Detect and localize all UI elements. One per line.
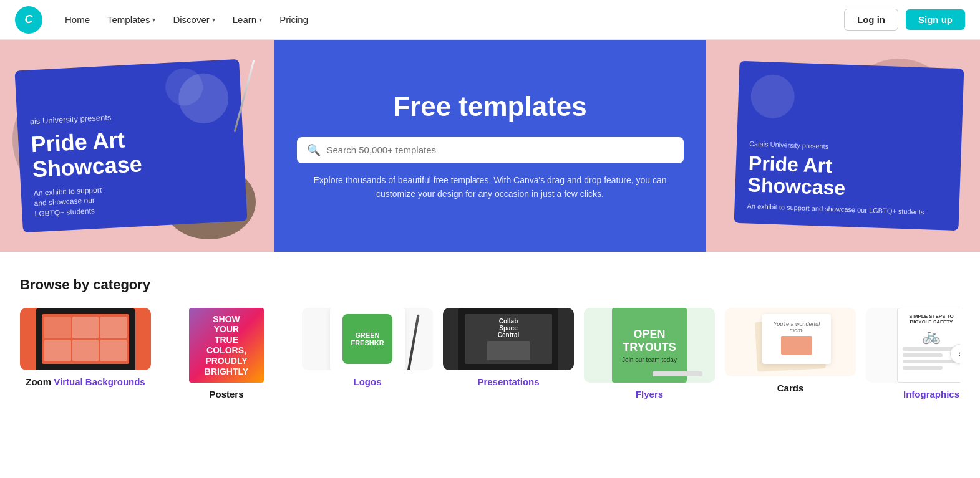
category-flyers[interactable]: OPENTRYOUTS Join our team today Flyers — [584, 308, 715, 399]
ruler-decoration — [653, 371, 702, 376]
presentations-thumbnail: CollabSpaceCentral — [443, 308, 574, 370]
card-text: You're a wonderful mom! — [762, 316, 831, 362]
infographics-card: SIMPLE STEPS TO BICYCLE SAFETY 🚲 — [897, 308, 960, 383]
navbar: C Home Templates ▾ Discover ▾ Learn ▾ Pr… — [0, 0, 980, 40]
category-presentations[interactable]: CollabSpaceCentral Presentations — [443, 308, 574, 387]
nav-templates[interactable]: Templates ▾ — [100, 9, 163, 30]
nav-learn[interactable]: Learn ▾ — [225, 9, 269, 30]
cards-label: Cards — [777, 383, 804, 393]
poster-text: SHOWYOURTRUECOLORS,PROUDLYBRIGHTLY — [205, 314, 248, 377]
categories-row: Zoom Virtual Backgrounds SHOWYOURTRUECOL… — [20, 308, 960, 399]
browse-title: Browse by category — [20, 277, 960, 293]
zoom-laptop-screen — [42, 314, 129, 364]
logos-thumb-inner: GREENFRESHKR — [302, 308, 433, 370]
hero-left-body: An exhibit to support and showcase our L… — [33, 178, 234, 219]
card-photo — [781, 336, 812, 355]
logos-badge: GREENFRESHKR — [342, 314, 392, 364]
inf-line-2 — [903, 353, 943, 357]
flyers-label: Flyers — [636, 389, 663, 399]
hero-right-body: An exhibit to support and showcase our L… — [747, 201, 946, 218]
flyers-thumbnail: OPENTRYOUTS Join our team today — [584, 308, 715, 383]
presentations-screen-title: CollabSpaceCentral — [498, 318, 519, 338]
canva-logo[interactable]: C — [15, 6, 42, 34]
hero-center: Free templates 🔍 Explore thousands of be… — [297, 91, 684, 201]
infographics-card-title: SIMPLE STEPS TO BICYCLE SAFETY — [903, 313, 960, 325]
learn-chevron-icon: ▾ — [259, 16, 262, 23]
category-logos[interactable]: GREENFRESHKR Logos — [302, 308, 433, 387]
hero-left-title: Pride Art Showcase — [31, 122, 233, 182]
presentations-laptop: CollabSpaceCentral — [458, 308, 558, 370]
logo-text: C — [25, 13, 33, 26]
zoom-thumbnail — [20, 308, 151, 370]
search-bar: 🔍 — [297, 137, 684, 163]
logos-label: Logos — [354, 376, 382, 387]
inf-line-3 — [903, 360, 960, 363]
nav-pricing[interactable]: Pricing — [272, 9, 316, 30]
category-posters[interactable]: SHOWYOURTRUECOLORS,PROUDLYBRIGHTLY Poste… — [161, 308, 292, 399]
logos-paper: GREENFRESHKR — [330, 308, 405, 370]
zoom-label: Zoom Virtual Backgrounds — [26, 376, 145, 387]
posters-thumbnail: SHOWYOURTRUECOLORS,PROUDLYBRIGHTLY — [161, 308, 292, 383]
signup-button[interactable]: Sign up — [906, 9, 965, 30]
presentations-label: Presentations — [477, 376, 539, 387]
nav-discover[interactable]: Discover ▾ — [165, 9, 222, 30]
search-icon: 🔍 — [307, 143, 321, 157]
hero-right-circle — [750, 74, 795, 118]
cards-thumbnail: You're a wonderful mom! — [725, 308, 856, 376]
hero-description: Explore thousands of beautiful free temp… — [297, 173, 684, 201]
hero-right-title: Pride Art Showcase — [747, 153, 948, 203]
poster-card: SHOWYOURTRUECOLORS,PROUDLYBRIGHTLY — [189, 308, 264, 383]
hero-section: ais University presents Pride Art Showca… — [0, 40, 980, 252]
logos-thumbnail: GREENFRESHKR — [302, 308, 433, 370]
inf-line-4 — [903, 366, 943, 370]
posters-label: Posters — [209, 389, 243, 399]
nav-home[interactable]: Home — [57, 9, 97, 30]
category-cards[interactable]: You're a wonderful mom! Cards — [725, 308, 856, 393]
pen-decoration — [406, 314, 419, 370]
zoom-laptop-icon — [36, 308, 135, 370]
hero-card-left: ais University presents Pride Art Showca… — [14, 59, 247, 232]
presentations-screen-image — [487, 341, 530, 360]
card-item-front: You're a wonderful mom! — [762, 314, 831, 364]
card-greeting: You're a wonderful mom! — [767, 321, 826, 333]
search-input[interactable] — [327, 145, 674, 155]
browse-section: Browse by category Zoom Virtual Backgrou… — [0, 252, 980, 419]
hero-title: Free templates — [297, 91, 684, 122]
nav-actions: Log in Sign up — [844, 9, 965, 31]
category-zoom[interactable]: Zoom Virtual Backgrounds — [20, 308, 151, 387]
discover-chevron-icon: ▾ — [212, 16, 215, 23]
flyers-thumb-inner: OPENTRYOUTS Join our team today — [584, 308, 715, 383]
login-button[interactable]: Log in — [844, 9, 898, 31]
infographics-bike-icon: 🚲 — [903, 327, 960, 345]
flyer-subtitle: Join our team today — [622, 356, 677, 363]
infographics-thumbnail: SIMPLE STEPS TO BICYCLE SAFETY 🚲 — [866, 308, 960, 383]
templates-chevron-icon: ▾ — [152, 16, 155, 23]
cards-stack: You're a wonderful mom! — [750, 308, 831, 376]
hero-card-right: Calais University presents Pride Art Sho… — [734, 61, 964, 231]
category-infographics[interactable]: SIMPLE STEPS TO BICYCLE SAFETY 🚲 Infogra… — [866, 308, 960, 399]
presentations-screen: CollabSpaceCentral — [465, 314, 552, 364]
nav-links: Home Templates ▾ Discover ▾ Learn ▾ Pric… — [57, 9, 844, 30]
flyer-title-text: OPENTRYOUTS — [623, 328, 676, 354]
infographics-label: Infographics — [903, 389, 959, 399]
